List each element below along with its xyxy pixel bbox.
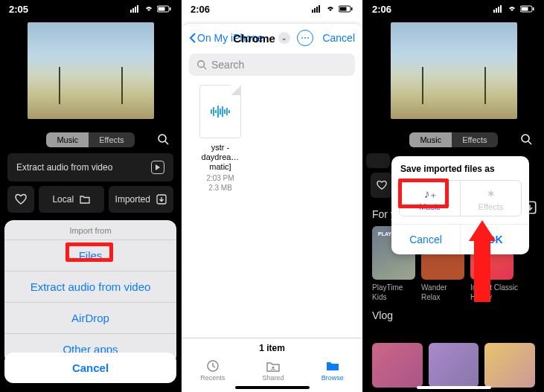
tab-music[interactable]: Music	[409, 132, 452, 147]
more-button[interactable]: ⋯	[297, 30, 313, 46]
card-caption: PlayTime Kids	[372, 283, 415, 302]
dialog-cancel-button[interactable]: Cancel	[391, 225, 460, 254]
file-item[interactable]: ystr -daydrea…matic] 2:03 PM 2.3 MB	[192, 85, 249, 192]
chevron-left-icon	[189, 33, 196, 43]
svg-rect-1	[132, 8, 134, 13]
file-time: 2:03 PM	[192, 174, 249, 182]
svg-rect-15	[340, 7, 347, 11]
save-as-dialog: Save imported files as ♪₊ Music ✶ Effect…	[391, 156, 529, 254]
svg-rect-24	[222, 106, 223, 117]
clock: 2:06	[372, 4, 391, 15]
svg-rect-36	[533, 7, 534, 10]
svg-point-17	[198, 61, 205, 68]
dialog-title: Save imported files as	[399, 164, 522, 180]
favorites-button[interactable]	[371, 173, 393, 198]
folder-icon	[325, 359, 340, 373]
tab-browse[interactable]: Browse	[321, 359, 344, 382]
svg-rect-20	[213, 107, 214, 116]
home-indicator[interactable]	[235, 386, 310, 389]
tab-shared[interactable]: Shared	[262, 359, 284, 382]
chevron-down-icon: ⌄	[278, 32, 290, 44]
svg-point-37	[522, 135, 529, 142]
extract-audio-row[interactable]: Extract audio from video	[366, 153, 390, 168]
status-icons	[130, 5, 172, 13]
option-effects[interactable]: ✶ Effects	[460, 181, 521, 216]
svg-rect-10	[312, 10, 313, 13]
status-icons	[493, 5, 535, 13]
search-icon	[196, 60, 207, 70]
panel-music-import: 2:05 Music Effects Extract audio from vi…	[0, 0, 181, 392]
svg-point-7	[159, 135, 166, 142]
svg-rect-5	[159, 7, 165, 11]
clock-icon	[205, 359, 220, 373]
clock: 2:05	[9, 4, 28, 15]
extract-audio-row[interactable]: Extract audio from video	[7, 153, 173, 181]
home-indicator[interactable]	[417, 386, 491, 389]
tab-music[interactable]: Music	[46, 132, 89, 147]
source-row: Local Imported	[7, 186, 173, 213]
svg-rect-31	[496, 8, 497, 13]
vlog-heading: Vlog	[372, 309, 535, 321]
sheet-item-airdrop[interactable]: AirDrop	[4, 302, 176, 333]
svg-rect-23	[220, 109, 221, 115]
svg-line-38	[528, 141, 531, 144]
file-size: 2.3 MB	[192, 184, 249, 192]
audio-type-tabs: Music Effects	[0, 132, 181, 147]
svg-line-8	[165, 141, 168, 144]
vlog-thumb[interactable]	[372, 343, 423, 388]
card-caption: InShot Classic Happy	[470, 283, 535, 302]
svg-rect-27	[228, 110, 230, 113]
vlog-thumb[interactable]	[429, 343, 479, 388]
panel-save-dialog: 2:06 Music Effects Extract audio from vi…	[362, 0, 544, 392]
svg-rect-13	[319, 5, 320, 13]
search-icon[interactable]	[520, 133, 532, 147]
svg-rect-0	[130, 10, 132, 13]
import-icon	[156, 194, 167, 205]
svg-rect-16	[351, 7, 353, 10]
status-icons	[312, 5, 353, 13]
svg-line-18	[204, 67, 207, 70]
option-music[interactable]: ♪₊ Music	[400, 181, 460, 216]
favorites-button[interactable]	[7, 186, 34, 213]
folder-title[interactable]: Chrome ⌄	[231, 32, 293, 45]
dialog-ok-button[interactable]: OK	[460, 225, 529, 254]
vlog-row[interactable]	[363, 343, 544, 388]
import-action-sheet: Import from Files Extract audio from vid…	[4, 220, 176, 364]
svg-rect-35	[522, 7, 528, 11]
play-icon	[151, 161, 164, 174]
sheet-item-files[interactable]: Files	[4, 240, 176, 271]
shared-folder-icon	[266, 359, 281, 373]
search-icon[interactable]	[157, 133, 169, 147]
svg-point-29	[272, 367, 274, 369]
search-field[interactable]: Search	[189, 54, 355, 76]
local-button[interactable]: Local	[39, 186, 104, 213]
extract-audio-label: Extract audio from video	[16, 162, 112, 173]
sheet-item-extract[interactable]: Extract audio from video	[4, 271, 176, 302]
sheet-title: Import from	[4, 220, 176, 240]
source-row	[371, 173, 393, 198]
svg-rect-19	[211, 109, 212, 114]
music-note-icon: ♪₊	[400, 187, 460, 201]
svg-rect-30	[493, 10, 495, 13]
card-caption: Wander Relax	[421, 283, 464, 302]
files-sheet: On My iPhone Chrome ⌄ ⋯ Cancel Search	[182, 24, 362, 392]
tab-effects[interactable]: Effects	[89, 132, 134, 147]
tab-recents[interactable]: Recents	[200, 359, 225, 382]
imported-button[interactable]: Imported	[109, 186, 174, 213]
svg-rect-26	[226, 108, 228, 115]
svg-rect-12	[316, 7, 318, 13]
svg-rect-22	[217, 106, 219, 118]
files-navbar: On My iPhone Chrome ⌄ ⋯ Cancel	[182, 24, 362, 51]
audio-file-icon	[199, 85, 241, 138]
file-name: ystr -daydrea…matic]	[192, 143, 249, 173]
svg-rect-11	[314, 8, 316, 13]
clock: 2:06	[191, 4, 210, 15]
svg-rect-33	[500, 5, 502, 13]
files-tabbar: Recents Shared Browse	[182, 359, 362, 382]
svg-rect-3	[137, 5, 138, 13]
svg-rect-25	[224, 109, 225, 114]
tab-effects[interactable]: Effects	[452, 132, 497, 147]
vlog-thumb[interactable]	[484, 343, 535, 388]
cancel-button[interactable]: Cancel	[322, 32, 355, 44]
files-footer: 1 item Recents Shared Browse	[182, 338, 362, 392]
